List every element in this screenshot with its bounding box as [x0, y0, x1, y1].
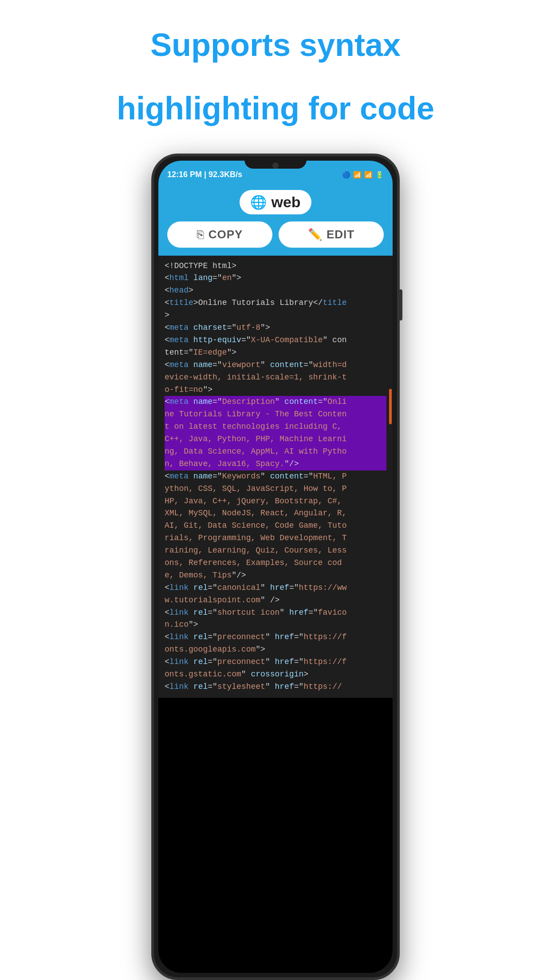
code-line-7: <meta http-equiv="X-UA-Compatible" con [165, 334, 386, 347]
scroll-indicator[interactable] [389, 389, 392, 424]
action-buttons: ⎘ COPY ✏️ EDIT [167, 221, 384, 248]
code-line-15: XML, MySQL, NodeJS, React, Angular, R, [165, 507, 386, 520]
code-line-16: AI, Git, Data Science, Code Game, Tuto [165, 520, 386, 532]
code-line-18: raining, Learning, Quiz, Courses, Less [165, 545, 386, 557]
camera-dot [272, 162, 279, 169]
code-line-hl-2: ne Tutorials Library - The Best Conten [165, 408, 386, 421]
globe-icon: 🌐 [250, 194, 267, 210]
signal-icon: 📶 [353, 171, 362, 179]
code-line-hl-3: t on latest technologies including C, [165, 421, 386, 433]
code-line-25: <link rel="preconnect" href="https://f [165, 631, 386, 644]
edit-label: EDIT [327, 228, 354, 241]
code-line-23: <link rel="shortcut icon" href="favico [165, 607, 386, 619]
code-line-21: <link rel="canonical" href="https://ww [165, 582, 386, 594]
app-title-bar: 🌐 web [240, 190, 311, 214]
battery-icon: 🔋 [375, 171, 384, 179]
code-line-5: > [165, 309, 386, 322]
status-time: 12:16 PM | 92.3KB/s [167, 170, 242, 179]
copy-button[interactable]: ⎘ COPY [167, 221, 272, 248]
code-line-9: <meta name="viewport" content="width=d [165, 359, 386, 371]
copy-label: COPY [209, 228, 243, 241]
code-line-17: rials, Programming, Web Development, T [165, 532, 386, 545]
side-button [398, 289, 402, 320]
code-line-24: n.ico"> [165, 619, 386, 631]
code-line-hl-4: C++, Java, Python, PHP, Machine Learni [165, 433, 386, 446]
code-line-10: evice-width, initial-scale=1, shrink-t [165, 371, 386, 384]
code-line-6: <meta charset="utf-8"> [165, 322, 386, 334]
wifi-icon: 📶 [364, 171, 373, 179]
code-line-29: <link rel="stylesheet" href="https:// [165, 681, 386, 693]
phone-screen-container: 12:16 PM | 92.3KB/s 🔵 📶 📶 🔋 🌐 web ⎘ [158, 161, 393, 973]
code-line-12: <meta name="Keywords" content="HTML, P [165, 470, 386, 483]
code-line-2: <html lang="en"> [165, 272, 386, 285]
code-line-hl-6: n, Behave, Java16, Spacy."/> [165, 458, 386, 470]
phone-frame: 12:16 PM | 92.3KB/s 🔵 📶 📶 🔋 🌐 web ⎘ [151, 154, 400, 980]
code-line-hl-5: ng, Data Science, AppML, AI with Pytho [165, 446, 386, 458]
code-line-highlight-start: <meta name="Description" content="Onli [165, 396, 386, 408]
code-line-19: ons, References, Examples, Source cod [165, 557, 386, 569]
code-line-22: w.tutorialspoint.com" /> [165, 594, 386, 607]
app-header: 🌐 web ⎘ COPY ✏️ EDIT [158, 186, 393, 256]
status-icons: 🔵 📶 📶 🔋 [342, 171, 384, 179]
code-line-3: <head> [165, 285, 386, 297]
code-line-1: <!DOCTYPE html> [165, 260, 386, 273]
code-line-26: onts.googleapis.com"> [165, 644, 386, 656]
code-line-8: tent="IE=edge"> [165, 347, 386, 359]
copy-icon: ⎘ [197, 228, 204, 241]
bluetooth-icon: 🔵 [342, 171, 350, 179]
code-line-20: e, Demos, Tips"/> [165, 569, 386, 582]
code-display: <!DOCTYPE html> <html lang="en"> <head> … [158, 256, 393, 698]
code-line-11: o-fit=no"> [165, 384, 386, 396]
code-line-13: ython, CSS, SQL, JavaScript, How to, P [165, 483, 386, 495]
phone-mockup: 12:16 PM | 92.3KB/s 🔵 📶 📶 🔋 🌐 web ⎘ [151, 154, 400, 980]
page-title: Supports syntax highlighting for code [76, 0, 475, 127]
app-name-label: web [271, 194, 300, 211]
code-line-14: HP, Java, C++, jQuery, Bootstrap, C#, [165, 495, 386, 508]
code-line-4: <title>Online Tutorials Library</title [165, 297, 386, 309]
edit-icon: ✏️ [308, 228, 322, 241]
edit-button[interactable]: ✏️ EDIT [279, 221, 384, 248]
code-line-28: onts.gstatic.com" crossorigin> [165, 668, 386, 681]
code-line-27: <link rel="preconnect" href="https://f [165, 656, 386, 668]
